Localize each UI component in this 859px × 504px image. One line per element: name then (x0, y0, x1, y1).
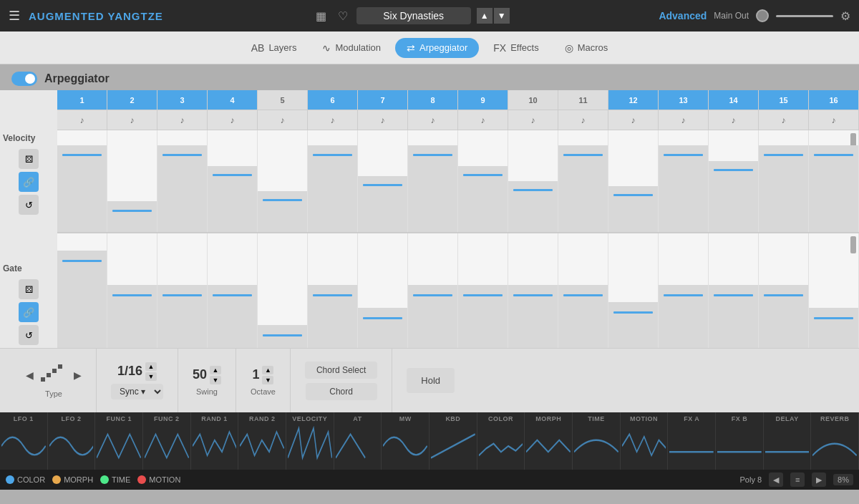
gate-bar-3[interactable] (157, 233, 208, 348)
velocity-bar-1[interactable] (57, 130, 107, 232)
mod-cell-func-2[interactable]: FUNC 2 (143, 412, 191, 470)
velocity-link-btn[interactable]: 🔗 (19, 172, 39, 192)
step-cell-6[interactable]: 6 (308, 90, 358, 110)
favorite-icon[interactable]: ♡ (335, 6, 351, 26)
status-prev-btn[interactable]: ◀ (769, 472, 783, 487)
velocity-bar-10[interactable] (508, 130, 558, 232)
gate-bar-4[interactable] (208, 233, 258, 348)
chord-cell-6[interactable]: ♪ (308, 110, 358, 130)
chord-cell-3[interactable]: ♪ (157, 110, 208, 130)
step-cell-11[interactable]: 11 (558, 90, 608, 110)
chord-cell-1[interactable]: ♪ (57, 110, 107, 130)
volume-knob[interactable] (756, 9, 769, 22)
mod-cell-lfo-1[interactable]: LFO 1 (0, 412, 48, 470)
gate-bar-2[interactable] (107, 233, 157, 348)
settings-button[interactable]: ⚙ (840, 9, 850, 23)
gate-bar-5[interactable] (258, 233, 308, 348)
mod-cell-motion[interactable]: MOTION (621, 412, 669, 470)
step-cell-9[interactable]: 9 (458, 90, 508, 110)
step-cell-10[interactable]: 10 (508, 90, 558, 110)
mod-cell-velocity[interactable]: VELOCITY (286, 412, 334, 470)
gate-bar-10[interactable] (508, 233, 558, 348)
velocity-bar-3[interactable] (157, 130, 208, 232)
chord-cell-15[interactable]: ♪ (759, 110, 809, 130)
chord-cell-9[interactable]: ♪ (458, 110, 508, 130)
velocity-bar-16[interactable] (809, 130, 859, 232)
step-cell-4[interactable]: 4 (208, 90, 258, 110)
mod-cell-color[interactable]: COLOR (477, 412, 525, 470)
chord-cell-11[interactable]: ♪ (558, 110, 608, 130)
gate-bar-8[interactable] (408, 233, 458, 348)
step-cell-1[interactable]: 1 (57, 90, 107, 110)
chord-button[interactable]: Chord (306, 383, 377, 400)
velocity-bar-11[interactable] (558, 130, 608, 232)
velocity-reset-btn[interactable]: ↺ (19, 195, 39, 215)
preset-next-button[interactable]: ▼ (494, 8, 510, 24)
step-cell-5[interactable]: 5 (258, 90, 308, 110)
volume-slider[interactable] (776, 15, 833, 17)
chord-cell-4[interactable]: ♪ (208, 110, 258, 130)
tab-layers[interactable]: AB Layers (240, 38, 309, 58)
chord-cell-13[interactable]: ♪ (659, 110, 709, 130)
velocity-bar-5[interactable] (258, 130, 308, 232)
velocity-bar-8[interactable] (408, 130, 458, 232)
gate-random-btn[interactable]: ⚄ (19, 279, 39, 299)
gate-bar-13[interactable] (659, 233, 709, 348)
chord-cell-8[interactable]: ♪ (408, 110, 458, 130)
tab-arpeggiator[interactable]: ⇄ Arpeggiator (395, 38, 479, 58)
tab-modulation[interactable]: ∿ Modulation (311, 38, 392, 58)
step-cell-15[interactable]: 15 (759, 90, 809, 110)
tab-effects[interactable]: FX Effects (482, 38, 550, 58)
velocity-bar-9[interactable] (458, 130, 508, 232)
octave-down-btn[interactable]: ▼ (262, 376, 273, 384)
velocity-bar-13[interactable] (659, 130, 709, 232)
tab-macros[interactable]: ◎ Macros (553, 38, 620, 58)
step-cell-8[interactable]: 8 (408, 90, 458, 110)
mod-cell-reverb[interactable]: REVERB (811, 412, 859, 470)
gate-bar-14[interactable] (709, 233, 759, 348)
status-menu-btn[interactable]: ≡ (790, 472, 805, 487)
gate-reset-btn[interactable]: ↺ (19, 325, 39, 345)
velocity-bar-14[interactable] (709, 130, 759, 232)
step-cell-14[interactable]: 14 (709, 90, 759, 110)
type-prev-btn[interactable]: ◀ (26, 369, 34, 381)
rate-up-btn[interactable]: ▲ (145, 362, 157, 371)
chord-cell-7[interactable]: ♪ (358, 110, 408, 130)
swing-up-btn[interactable]: ▲ (210, 366, 221, 374)
octave-up-btn[interactable]: ▲ (262, 366, 273, 374)
status-time[interactable]: TIME (100, 475, 130, 484)
gate-bar-12[interactable] (608, 233, 659, 348)
library-icon[interactable]: ▦ (313, 6, 329, 26)
status-motion[interactable]: MOTION (137, 475, 180, 484)
status-morph[interactable]: MORPH (52, 475, 93, 484)
mod-cell-rand-2[interactable]: RAND 2 (238, 412, 286, 470)
menu-icon[interactable]: ☰ (9, 8, 20, 24)
step-cell-16[interactable]: 16 (809, 90, 859, 110)
step-cell-2[interactable]: 2 (107, 90, 157, 110)
step-cell-7[interactable]: 7 (358, 90, 408, 110)
mod-cell-delay[interactable]: DELAY (764, 412, 812, 470)
advanced-button[interactable]: Advanced (659, 10, 707, 21)
mod-cell-lfo-2[interactable]: LFO 2 (48, 412, 96, 470)
gate-bar-15[interactable] (759, 233, 809, 348)
gate-bar-6[interactable] (308, 233, 358, 348)
step-cell-13[interactable]: 13 (659, 90, 709, 110)
velocity-bar-4[interactable] (208, 130, 258, 232)
gate-bar-7[interactable] (358, 233, 408, 348)
mod-cell-time[interactable]: TIME (573, 412, 621, 470)
chord-select-button[interactable]: Chord Select (305, 362, 377, 379)
chord-cell-12[interactable]: ♪ (608, 110, 659, 130)
swing-down-btn[interactable]: ▼ (210, 376, 221, 384)
velocity-bar-12[interactable] (608, 130, 659, 232)
mod-cell-kbd[interactable]: KBD (430, 412, 477, 470)
gate-bar-11[interactable] (558, 233, 608, 348)
gate-bar-9[interactable] (458, 233, 508, 348)
gate-bar-1[interactable] (57, 233, 107, 348)
velocity-bar-2[interactable] (107, 130, 157, 232)
step-cell-12[interactable]: 12 (608, 90, 659, 110)
step-cell-3[interactable]: 3 (157, 90, 208, 110)
preset-prev-button[interactable]: ▲ (477, 8, 492, 24)
preset-name[interactable]: Six Dynasties (356, 7, 471, 24)
gate-bar-16[interactable] (809, 233, 859, 348)
chord-cell-14[interactable]: ♪ (709, 110, 759, 130)
